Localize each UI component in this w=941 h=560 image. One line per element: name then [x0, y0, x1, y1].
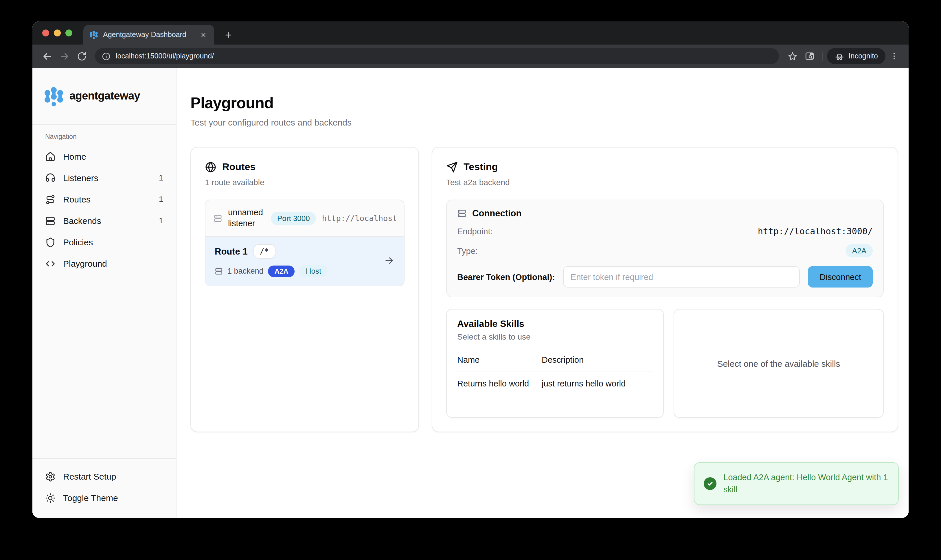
- routes-card-title: Routes: [222, 162, 256, 173]
- page-subtitle: Test your configured routes and backends: [190, 117, 898, 127]
- close-window-button[interactable]: [42, 29, 49, 37]
- restart-setup-label: Restart Setup: [63, 471, 163, 482]
- listener-url: http://localhost:3000/: [322, 214, 396, 223]
- sidebar-footer: Restart Setup Toggle Theme: [32, 458, 176, 518]
- tab-strip: Agentgateway Dashboard: [32, 22, 909, 45]
- toolbar-divider: [822, 51, 823, 61]
- toast-notification[interactable]: Loaded A2A agent: Hello World Agent with…: [694, 462, 899, 505]
- success-check-icon: [704, 477, 716, 490]
- sun-icon: [45, 492, 55, 503]
- server-icon: [45, 215, 55, 226]
- testing-card-subtitle: Test a2a backend: [446, 178, 884, 187]
- browser-toolbar: localhost:15000/ui/playground/ Incognito: [32, 45, 909, 68]
- reload-icon[interactable]: [73, 48, 90, 65]
- shield-icon: [45, 237, 55, 247]
- server-icon: [457, 209, 467, 218]
- sidebar-item-backends[interactable]: Backends 1: [32, 210, 176, 231]
- skill-description-cell: just returns hello world: [542, 379, 653, 388]
- sidebar: agentgateway Navigation Home: [32, 68, 177, 518]
- skills-subtitle: Select a skills to use: [457, 332, 653, 342]
- maximize-window-button[interactable]: [65, 29, 72, 37]
- screenshot-root: Agentgateway Dashboard: [0, 0, 941, 560]
- site-info-icon[interactable]: [102, 52, 111, 60]
- testing-card: Testing Test a2a backend Connection: [432, 147, 898, 432]
- sidebar-item-policies[interactable]: Policies: [32, 231, 176, 253]
- toast-message: Loaded A2A agent: Hello World Agent with…: [724, 471, 889, 496]
- sidebar-item-routes[interactable]: Routes 1: [32, 189, 176, 210]
- code-icon: [45, 258, 55, 269]
- listener-item[interactable]: unnamed listener Port 3000 http://localh…: [205, 200, 404, 236]
- skills-title: Available Skills: [457, 319, 653, 329]
- route-item[interactable]: Route 1 /* 1 backend A2A: [205, 236, 404, 286]
- gear-icon: [45, 471, 55, 482]
- forward-icon[interactable]: [55, 48, 73, 65]
- bearer-token-input[interactable]: [563, 266, 800, 288]
- type-badge: A2A: [846, 244, 873, 257]
- incognito-icon: [835, 51, 845, 61]
- headphones-icon: [45, 173, 55, 183]
- route-type-badge: A2A: [268, 265, 295, 277]
- sidebar-item-label: Routes: [63, 194, 151, 204]
- send-icon: [446, 162, 458, 173]
- incognito-badge: Incognito: [827, 48, 886, 64]
- brand[interactable]: agentgateway: [32, 68, 176, 125]
- address-bar[interactable]: localhost:15000/ui/playground/: [95, 48, 779, 64]
- sidebar-item-label: Policies: [63, 237, 156, 247]
- toggle-theme-button[interactable]: Toggle Theme: [32, 487, 176, 509]
- endpoint-value: http://localhost:3000/: [758, 226, 873, 237]
- bearer-token-label: Bearer Token (Optional):: [457, 272, 555, 282]
- routes-card: Routes 1 route available unnamed listene…: [190, 147, 419, 432]
- arrow-right-icon[interactable]: [384, 255, 395, 266]
- route-list: unnamed listener Port 3000 http://localh…: [205, 200, 405, 286]
- disconnect-button[interactable]: Disconnect: [808, 266, 873, 288]
- new-tab-button[interactable]: [220, 27, 236, 43]
- skill-name-cell: Returns hello world: [457, 379, 542, 388]
- brand-name: agentgateway: [69, 90, 140, 102]
- page-title: Playground: [190, 94, 898, 112]
- sidebar-item-home[interactable]: Home: [32, 146, 176, 167]
- testing-card-title: Testing: [464, 162, 498, 173]
- browser-tab[interactable]: Agentgateway Dashboard: [83, 25, 214, 45]
- url-text: localhost:15000/ui/playground/: [116, 52, 214, 60]
- minimize-window-button[interactable]: [54, 29, 61, 37]
- back-icon[interactable]: [38, 48, 55, 65]
- sidebar-item-listeners[interactable]: Listeners 1: [32, 167, 176, 189]
- sidebar-item-label: Home: [63, 152, 156, 162]
- skills-col-description: Description: [542, 355, 653, 365]
- nav-section-label: Navigation: [32, 133, 176, 140]
- table-divider: [457, 371, 653, 371]
- skill-detail-panel: Select one of the available skills: [674, 309, 884, 418]
- sidebar-item-count: 1: [159, 174, 163, 182]
- route-name: Route 1: [215, 246, 248, 257]
- tab-title: Agentgateway Dashboard: [103, 31, 193, 39]
- globe-icon: [205, 162, 216, 173]
- connection-title: Connection: [472, 208, 522, 218]
- sidebar-nav: Navigation Home Listeners 1: [32, 125, 176, 458]
- sidebar-item-count: 1: [159, 195, 163, 204]
- tab-close-icon[interactable]: [198, 29, 208, 40]
- server-icon: [215, 267, 223, 275]
- restart-setup-button[interactable]: Restart Setup: [32, 466, 176, 487]
- search-tabs-icon[interactable]: [801, 48, 819, 65]
- agentgateway-logo-icon: [44, 85, 64, 107]
- table-row[interactable]: Returns hello world just returns hello w…: [457, 379, 653, 388]
- sidebar-item-playground[interactable]: Playground: [32, 253, 176, 274]
- sidebar-item-label: Listeners: [63, 173, 151, 183]
- route-policy-badge: Host: [299, 265, 328, 277]
- bookmark-star-icon[interactable]: [784, 48, 801, 65]
- route-icon: [45, 194, 55, 205]
- browser-window: Agentgateway Dashboard: [32, 22, 909, 518]
- sidebar-item-label: Playground: [63, 258, 156, 268]
- home-icon: [45, 151, 55, 162]
- type-label: Type:: [457, 246, 478, 255]
- server-icon: [214, 214, 222, 222]
- window-controls: [42, 29, 72, 37]
- route-backend-count: 1 backend: [228, 267, 263, 275]
- skills-table: Name Description Returns hello world jus…: [457, 355, 653, 388]
- port-badge: Port 3000: [271, 211, 316, 225]
- route-path-badge: /*: [254, 244, 275, 258]
- connection-panel: Connection Endpoint: http://localhost:30…: [446, 200, 884, 297]
- available-skills-card: Available Skills Select a skills to use …: [446, 309, 664, 418]
- sidebar-item-label: Backends: [63, 216, 151, 226]
- menu-dots-icon[interactable]: [886, 48, 903, 65]
